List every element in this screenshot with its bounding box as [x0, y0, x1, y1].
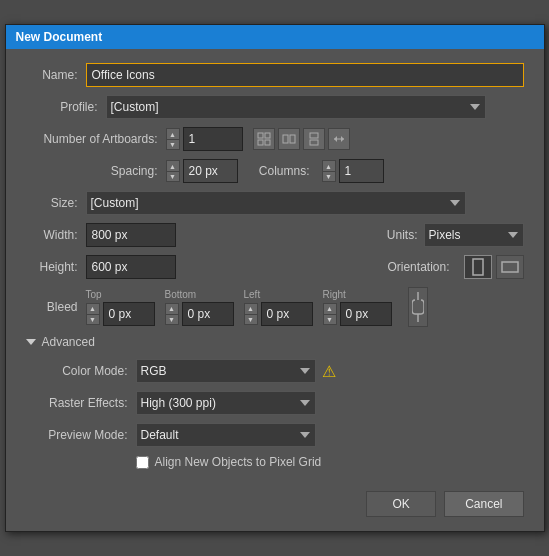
units-group: Units: Pixels Inches Centimeters — [387, 223, 524, 247]
artboards-spinner: ▲ ▼ — [166, 127, 243, 151]
cancel-button[interactable]: Cancel — [444, 491, 523, 517]
spacing-input[interactable] — [183, 159, 238, 183]
svg-rect-3 — [265, 140, 270, 145]
bleed-left-input[interactable] — [261, 302, 313, 326]
spacing-row: Spacing: ▲ ▼ Columns: ▲ ▼ — [26, 159, 524, 183]
bleed-left-up-btn[interactable]: ▲ — [244, 303, 258, 314]
profile-label: Profile: — [26, 100, 106, 114]
artboards-input[interactable] — [183, 127, 243, 151]
profile-row: Profile: [Custom] — [26, 95, 524, 119]
bleed-bottom-down-btn[interactable]: ▼ — [165, 314, 179, 325]
bleed-right-input[interactable] — [340, 302, 392, 326]
height-label: Height: — [26, 260, 86, 274]
size-label: Size: — [26, 196, 86, 210]
bleed-right-group: Right ▲ ▼ — [323, 289, 392, 326]
svg-marker-10 — [341, 136, 344, 142]
preview-select[interactable]: Default Pixel Overprint — [136, 423, 316, 447]
artboards-arrows: ▲ ▼ — [166, 128, 180, 150]
dialog-footer: OK Cancel — [6, 481, 544, 531]
spacing-down-btn[interactable]: ▼ — [166, 171, 180, 182]
dialog-body: Name: Profile: [Custom] Number of Artboa… — [6, 49, 544, 481]
artboards-up-btn[interactable]: ▲ — [166, 128, 180, 139]
columns-up-btn[interactable]: ▲ — [322, 160, 336, 171]
bleed-bottom-input[interactable] — [182, 302, 234, 326]
color-mode-row: Color Mode: RGB CMYK ⚠ — [26, 359, 524, 383]
columns-input[interactable] — [339, 159, 384, 183]
advanced-title: Advanced — [42, 335, 95, 349]
warning-icon: ⚠ — [322, 362, 336, 381]
bleed-top-down-btn[interactable]: ▼ — [86, 314, 100, 325]
align-checkbox[interactable] — [136, 456, 149, 469]
bleed-right-label: Right — [323, 289, 346, 300]
spacing-up-btn[interactable]: ▲ — [166, 160, 180, 171]
bleed-bottom-group: Bottom ▲ ▼ — [165, 289, 234, 326]
ok-button[interactable]: OK — [366, 491, 436, 517]
bleed-right-up-btn[interactable]: ▲ — [323, 303, 337, 314]
move-by-spacing-btn[interactable] — [328, 128, 350, 150]
raster-select[interactable]: High (300 ppi) Medium (150 ppi) Low (72 … — [136, 391, 316, 415]
spacing-arrows: ▲ ▼ — [166, 160, 180, 182]
units-select[interactable]: Pixels Inches Centimeters — [424, 223, 524, 247]
bleed-top-arrows: ▲ ▼ — [86, 303, 100, 325]
bleed-top-up-btn[interactable]: ▲ — [86, 303, 100, 314]
profile-select[interactable]: [Custom] — [106, 95, 486, 119]
height-input[interactable] — [86, 255, 176, 279]
spacing-label: Spacing: — [26, 164, 166, 178]
svg-rect-11 — [473, 259, 483, 275]
width-label: Width: — [26, 228, 86, 242]
width-group: Width: — [26, 223, 367, 247]
svg-rect-1 — [265, 133, 270, 138]
svg-rect-5 — [290, 135, 295, 143]
size-select[interactable]: [Custom] — [86, 191, 466, 215]
arrange-horiz-btn[interactable] — [278, 128, 300, 150]
width-input[interactable] — [86, 223, 176, 247]
dialog-title: New Document — [16, 30, 103, 44]
name-label: Name: — [26, 68, 86, 82]
bleed-bottom-label: Bottom — [165, 289, 197, 300]
align-checkbox-row: Align New Objects to Pixel Grid — [136, 455, 524, 469]
advanced-header[interactable]: Advanced — [26, 335, 524, 349]
columns-down-btn[interactable]: ▼ — [322, 171, 336, 182]
bleed-top-label: Top — [86, 289, 102, 300]
svg-marker-9 — [334, 136, 337, 142]
bleed-bottom-spinner: ▲ ▼ — [165, 302, 234, 326]
svg-rect-6 — [310, 133, 318, 138]
color-mode-select[interactable]: RGB CMYK — [136, 359, 316, 383]
artboards-icons — [253, 128, 350, 150]
bleed-top-group: Top ▲ ▼ — [86, 289, 155, 326]
bleed-left-down-btn[interactable]: ▼ — [244, 314, 258, 325]
bleed-chain-btn[interactable] — [408, 287, 428, 327]
align-label: Align New Objects to Pixel Grid — [155, 455, 322, 469]
orientation-buttons — [464, 255, 524, 279]
svg-rect-12 — [502, 262, 518, 272]
artboards-row: Number of Artboards: ▲ ▼ — [26, 127, 524, 151]
bleed-right-arrows: ▲ ▼ — [323, 303, 337, 325]
new-document-dialog: New Document Name: Profile: [Custom] Num… — [5, 24, 545, 532]
units-label: Units: — [387, 228, 418, 242]
spacing-spinner: ▲ ▼ — [166, 159, 238, 183]
preview-label: Preview Mode: — [26, 428, 136, 442]
bleed-fields: Top ▲ ▼ Bottom ▲ ▼ — [86, 287, 524, 327]
portrait-btn[interactable] — [464, 255, 492, 279]
bleed-top-input[interactable] — [103, 302, 155, 326]
artboards-down-btn[interactable]: ▼ — [166, 139, 180, 150]
columns-spinner: ▲ ▼ — [322, 159, 384, 183]
arrange-vert-btn[interactable] — [303, 128, 325, 150]
bleed-right-down-btn[interactable]: ▼ — [323, 314, 337, 325]
bleed-left-arrows: ▲ ▼ — [244, 303, 258, 325]
svg-rect-2 — [258, 140, 263, 145]
color-mode-label: Color Mode: — [26, 364, 136, 378]
raster-effects-row: Raster Effects: High (300 ppi) Medium (1… — [26, 391, 524, 415]
orientation-label: Orientation: — [387, 260, 449, 274]
collapse-triangle-icon — [26, 339, 36, 345]
advanced-section: Advanced Color Mode: RGB CMYK ⚠ Raster E… — [26, 335, 524, 469]
columns-label: Columns: — [238, 164, 318, 178]
columns-arrows: ▲ ▼ — [322, 160, 336, 182]
grid-icon-btn[interactable] — [253, 128, 275, 150]
name-row: Name: — [26, 63, 524, 87]
name-input[interactable] — [86, 63, 524, 87]
bleed-section: Bleed Top ▲ ▼ Bottom — [26, 287, 524, 327]
height-row: Height: Orientation: — [26, 255, 524, 279]
bleed-bottom-up-btn[interactable]: ▲ — [165, 303, 179, 314]
landscape-btn[interactable] — [496, 255, 524, 279]
